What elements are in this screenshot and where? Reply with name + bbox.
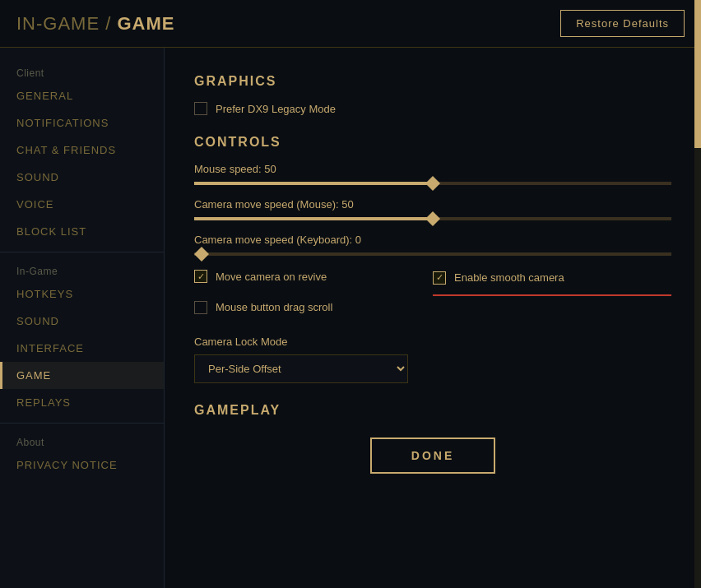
move-camera-checkbox[interactable] <box>194 270 207 283</box>
camera-lock-mode-label: Camera Lock Mode <box>194 336 671 348</box>
smooth-camera-row: Enable smooth camera <box>433 271 564 285</box>
mouse-drag-row: Mouse button drag scroll <box>194 301 433 314</box>
camera-mouse-thumb[interactable] <box>425 211 440 226</box>
done-section: DONE <box>194 438 671 474</box>
move-camera-row: Move camera on revive <box>194 269 433 285</box>
breadcrumb: IN-GAME / GAME <box>16 13 174 35</box>
camera-mouse-slider[interactable] <box>194 217 671 220</box>
smooth-camera-label: Enable smooth camera <box>454 271 564 284</box>
mouse-drag-checkbox[interactable] <box>194 301 207 314</box>
prefer-dx9-row: Prefer DX9 Legacy Mode <box>194 102 671 115</box>
mouse-speed-thumb[interactable] <box>425 176 440 191</box>
layout: Client GENERAL NOTIFICATIONS CHAT & FRIE… <box>0 48 701 588</box>
controls-section-title: CONTROLS <box>194 135 671 150</box>
mouse-speed-fill <box>194 182 433 185</box>
sidebar-client-label: Client <box>0 61 164 82</box>
main-content: GRAPHICS Prefer DX9 Legacy Mode CONTROLS… <box>165 48 701 588</box>
mouse-drag-label: Mouse button drag scroll <box>216 301 332 313</box>
sidebar-item-hotkeys[interactable]: HOTKEYS <box>0 280 164 308</box>
restore-defaults-button[interactable]: Restore Defaults <box>560 10 685 37</box>
camera-mouse-fill <box>194 217 433 220</box>
breadcrumb-active: GAME <box>117 13 174 34</box>
prefer-dx9-checkbox[interactable] <box>194 102 207 115</box>
smooth-camera-underline <box>433 294 671 296</box>
sidebar-item-privacy[interactable]: PRIVACY NOTICE <box>0 451 164 479</box>
header: IN-GAME / GAME Restore Defaults <box>0 0 701 48</box>
sidebar-divider-1 <box>0 252 164 252</box>
sidebar-item-sound-client[interactable]: SOUND <box>0 164 164 191</box>
sidebar-item-notifications[interactable]: NOTIFICATIONS <box>0 109 164 137</box>
done-button[interactable]: DONE <box>370 438 495 474</box>
smooth-camera-checkbox[interactable] <box>433 271 446 285</box>
sidebar-item-sound-ingame[interactable]: SOUND <box>0 308 164 335</box>
sidebar-item-replays[interactable]: REPLAYS <box>0 389 164 416</box>
gameplay-section-title: GAMEPLAY <box>194 403 671 418</box>
breadcrumb-prefix: IN-GAME / <box>16 13 117 34</box>
move-camera-label: Move camera on revive <box>216 271 327 283</box>
sidebar-item-blocklist[interactable]: BLOCK LIST <box>0 218 164 245</box>
camera-keyboard-thumb[interactable] <box>194 247 209 262</box>
sidebar-about-label: About <box>0 430 164 451</box>
checkbox-grid: Move camera on revive Enable smooth came… <box>194 269 671 322</box>
prefer-dx9-label: Prefer DX9 Legacy Mode <box>216 103 336 115</box>
scrollbar-track <box>694 0 701 588</box>
camera-lock-mode-select[interactable]: Per-Side Offset Fixed Semi-Locked <box>194 354 408 383</box>
sidebar-divider-2 <box>0 423 164 424</box>
smooth-camera-col: Enable smooth camera <box>433 269 671 293</box>
sidebar-ingame-label: In-Game <box>0 259 164 280</box>
camera-keyboard-label: Camera move speed (Keyboard): 0 <box>194 234 671 246</box>
sidebar-item-game[interactable]: GAME <box>0 362 164 389</box>
sidebar-item-interface[interactable]: INTERFACE <box>0 335 164 362</box>
graphics-section-title: GRAPHICS <box>194 74 671 89</box>
sidebar-item-voice[interactable]: VOICE <box>0 191 164 218</box>
mouse-speed-slider[interactable] <box>194 182 671 185</box>
scrollbar-thumb[interactable] <box>694 0 701 148</box>
mouse-speed-label: Mouse speed: 50 <box>194 163 671 175</box>
sidebar: Client GENERAL NOTIFICATIONS CHAT & FRIE… <box>0 48 165 588</box>
sidebar-item-chat-friends[interactable]: CHAT & FRIENDS <box>0 137 164 164</box>
camera-keyboard-slider[interactable] <box>194 252 671 256</box>
camera-mouse-label: Camera move speed (Mouse): 50 <box>194 198 671 211</box>
sidebar-item-general[interactable]: GENERAL <box>0 82 164 109</box>
